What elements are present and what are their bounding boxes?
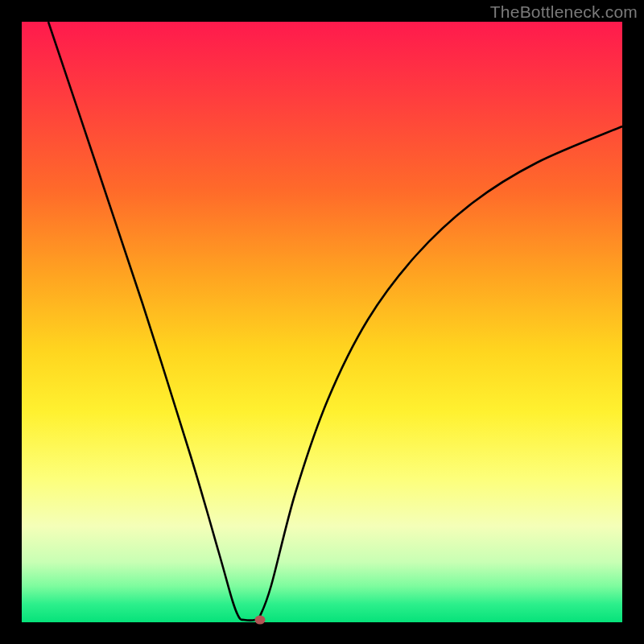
plot-area: [22, 22, 622, 622]
bottleneck-curve: [48, 22, 622, 621]
minimum-marker-dot: [255, 616, 266, 625]
chart-frame: TheBottleneck.com: [0, 0, 644, 644]
watermark-text: TheBottleneck.com: [490, 2, 638, 22]
curve-svg: [22, 22, 622, 622]
